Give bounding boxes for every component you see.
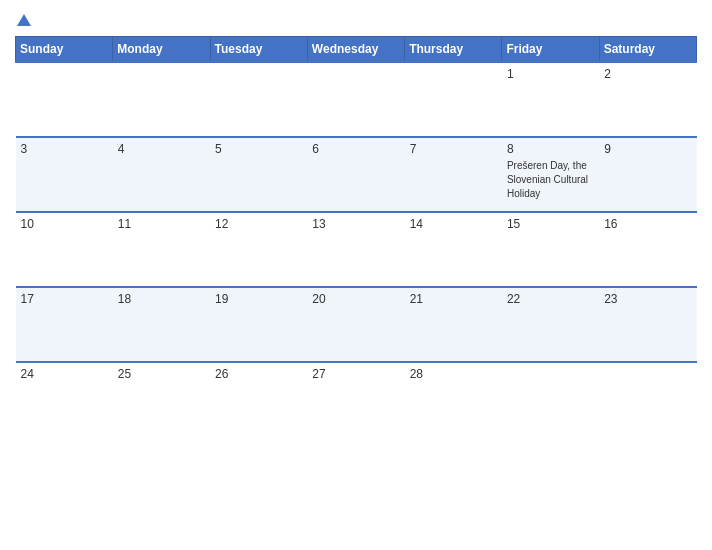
calendar-cell: 5 — [210, 137, 307, 212]
day-number: 12 — [215, 217, 302, 231]
calendar-header — [15, 10, 697, 28]
day-number: 16 — [604, 217, 691, 231]
calendar-cell — [307, 62, 404, 137]
calendar-cell: 15 — [502, 212, 599, 287]
calendar-cell: 2 — [599, 62, 696, 137]
calendar-header-row: SundayMondayTuesdayWednesdayThursdayFrid… — [16, 36, 697, 62]
calendar-cell: 27 — [307, 362, 404, 437]
weekday-tuesday: Tuesday — [210, 36, 307, 62]
day-number: 21 — [410, 292, 497, 306]
day-number: 23 — [604, 292, 691, 306]
day-number: 13 — [312, 217, 399, 231]
calendar-cell: 11 — [113, 212, 210, 287]
day-number: 27 — [312, 367, 399, 381]
calendar-cell — [210, 62, 307, 137]
calendar-cell: 9 — [599, 137, 696, 212]
weekday-thursday: Thursday — [405, 36, 502, 62]
logo-blue-text — [15, 10, 31, 28]
calendar-table: SundayMondayTuesdayWednesdayThursdayFrid… — [15, 36, 697, 437]
calendar-wrapper: SundayMondayTuesdayWednesdayThursdayFrid… — [0, 0, 712, 550]
day-number: 3 — [21, 142, 108, 156]
calendar-cell: 4 — [113, 137, 210, 212]
calendar-cell — [16, 62, 113, 137]
calendar-week-4: 2425262728 — [16, 362, 697, 437]
weekday-wednesday: Wednesday — [307, 36, 404, 62]
day-number: 2 — [604, 67, 691, 81]
calendar-cell — [502, 362, 599, 437]
calendar-cell: 18 — [113, 287, 210, 362]
calendar-cell: 25 — [113, 362, 210, 437]
day-number: 7 — [410, 142, 497, 156]
calendar-cell: 21 — [405, 287, 502, 362]
calendar-week-0: 12 — [16, 62, 697, 137]
day-number: 11 — [118, 217, 205, 231]
day-number: 8 — [507, 142, 594, 156]
day-number: 20 — [312, 292, 399, 306]
calendar-cell: 14 — [405, 212, 502, 287]
calendar-cell: 16 — [599, 212, 696, 287]
calendar-cell: 28 — [405, 362, 502, 437]
weekday-friday: Friday — [502, 36, 599, 62]
day-number: 19 — [215, 292, 302, 306]
day-number: 10 — [21, 217, 108, 231]
calendar-cell: 13 — [307, 212, 404, 287]
weekday-monday: Monday — [113, 36, 210, 62]
weekday-header: SundayMondayTuesdayWednesdayThursdayFrid… — [16, 36, 697, 62]
day-number: 15 — [507, 217, 594, 231]
day-number: 28 — [410, 367, 497, 381]
calendar-cell: 22 — [502, 287, 599, 362]
calendar-cell: 7 — [405, 137, 502, 212]
calendar-cell: 23 — [599, 287, 696, 362]
calendar-week-3: 17181920212223 — [16, 287, 697, 362]
calendar-week-1: 345678Prešeren Day, the Slovenian Cultur… — [16, 137, 697, 212]
event-text: Prešeren Day, the Slovenian Cultural Hol… — [507, 160, 588, 199]
calendar-cell: 17 — [16, 287, 113, 362]
weekday-sunday: Sunday — [16, 36, 113, 62]
calendar-cell: 6 — [307, 137, 404, 212]
calendar-cell: 19 — [210, 287, 307, 362]
day-number: 5 — [215, 142, 302, 156]
day-number: 25 — [118, 367, 205, 381]
calendar-cell: 8Prešeren Day, the Slovenian Cultural Ho… — [502, 137, 599, 212]
calendar-cell: 12 — [210, 212, 307, 287]
calendar-cell: 20 — [307, 287, 404, 362]
day-number: 22 — [507, 292, 594, 306]
calendar-cell — [405, 62, 502, 137]
logo — [15, 10, 31, 28]
day-number: 17 — [21, 292, 108, 306]
calendar-week-2: 10111213141516 — [16, 212, 697, 287]
day-number: 24 — [21, 367, 108, 381]
day-number: 18 — [118, 292, 205, 306]
day-number: 26 — [215, 367, 302, 381]
logo-triangle-icon — [17, 14, 31, 26]
calendar-cell: 1 — [502, 62, 599, 137]
calendar-cell — [599, 362, 696, 437]
calendar-cell: 26 — [210, 362, 307, 437]
day-number: 9 — [604, 142, 691, 156]
day-number: 1 — [507, 67, 594, 81]
calendar-cell: 3 — [16, 137, 113, 212]
day-number: 14 — [410, 217, 497, 231]
calendar-cell: 24 — [16, 362, 113, 437]
day-number: 6 — [312, 142, 399, 156]
weekday-saturday: Saturday — [599, 36, 696, 62]
calendar-body: 12345678Prešeren Day, the Slovenian Cult… — [16, 62, 697, 437]
calendar-cell — [113, 62, 210, 137]
calendar-cell: 10 — [16, 212, 113, 287]
day-number: 4 — [118, 142, 205, 156]
